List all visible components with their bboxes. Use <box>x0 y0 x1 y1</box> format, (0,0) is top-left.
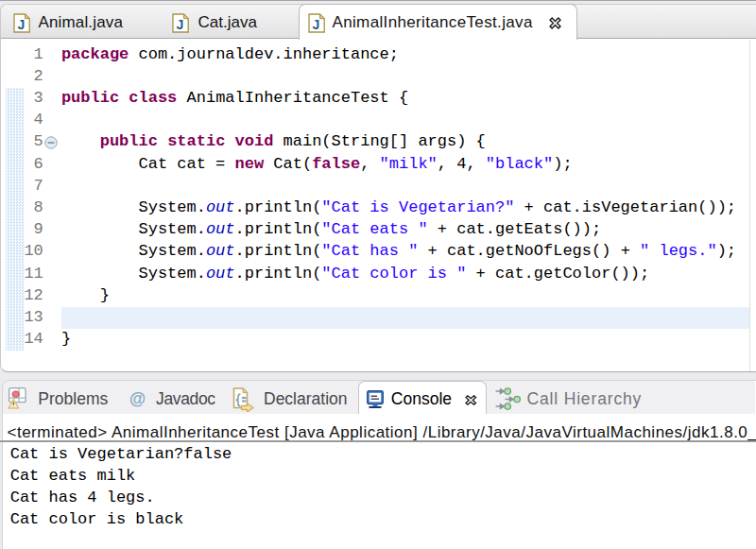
svg-text:J: J <box>313 17 320 32</box>
svg-text:J: J <box>18 17 26 32</box>
svg-text:J: J <box>177 17 184 32</box>
